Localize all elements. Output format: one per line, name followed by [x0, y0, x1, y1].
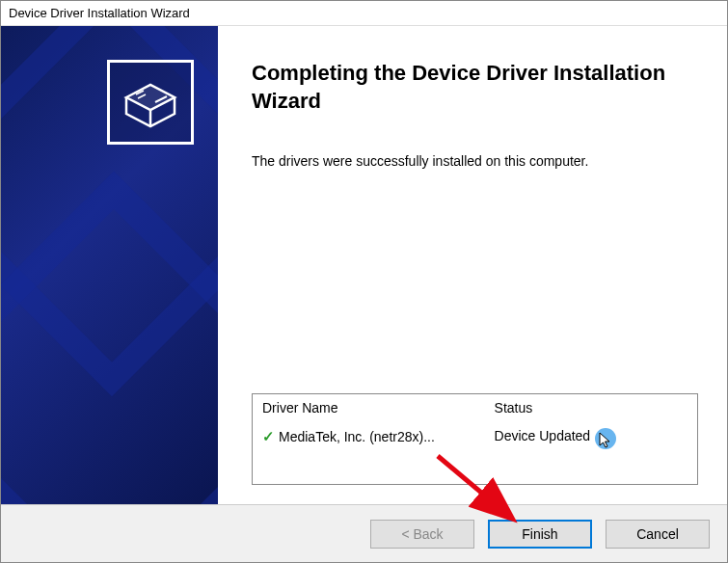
- column-header-name: Driver Name: [262, 400, 495, 416]
- page-heading: Completing the Device Driver Installatio…: [252, 60, 698, 115]
- driver-row: ✓MediaTek, Inc. (netr28x)... Device Upda…: [253, 422, 697, 484]
- driver-list-header: Driver Name Status: [253, 394, 697, 422]
- title-bar: Device Driver Installation Wizard: [1, 1, 727, 26]
- back-button: < Back: [370, 520, 474, 549]
- cancel-button[interactable]: Cancel: [606, 520, 710, 549]
- wizard-drawer-icon: [107, 60, 194, 145]
- wizard-window: Device Driver Installation Wizard Comple…: [0, 0, 728, 563]
- main-panel: Completing the Device Driver Installatio…: [218, 26, 727, 504]
- check-icon: ✓: [262, 428, 275, 445]
- content-area: Completing the Device Driver Installatio…: [1, 26, 727, 504]
- column-header-status: Status: [495, 400, 688, 416]
- button-bar: < Back Finish Cancel: [1, 504, 727, 562]
- finish-button[interactable]: Finish: [488, 520, 592, 549]
- window-title: Device Driver Installation Wizard: [9, 6, 190, 20]
- wizard-sidebar: [1, 26, 218, 504]
- driver-status-cell: Device Updated: [495, 428, 688, 443]
- driver-name-cell: ✓MediaTek, Inc. (netr28x)...: [262, 428, 495, 445]
- driver-name-text: MediaTek, Inc. (netr28x)...: [279, 429, 435, 444]
- driver-list: Driver Name Status ✓MediaTek, Inc. (netr…: [252, 393, 698, 485]
- description-text: The drivers were successfully installed …: [252, 153, 698, 169]
